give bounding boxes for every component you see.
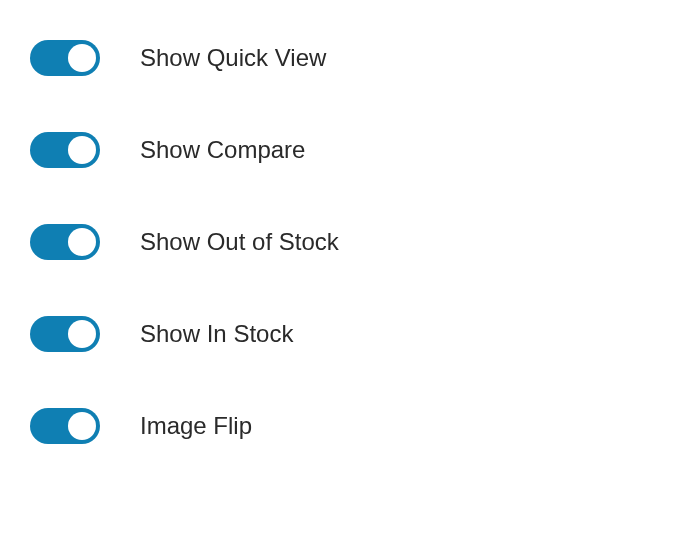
toggle-show-compare[interactable] <box>30 132 100 168</box>
toggle-show-quick-view[interactable] <box>30 40 100 76</box>
setting-row-image-flip: Image Flip <box>30 408 651 444</box>
toggle-knob-icon <box>68 228 96 256</box>
toggle-show-in-stock[interactable] <box>30 316 100 352</box>
toggle-knob-icon <box>68 320 96 348</box>
setting-row-show-out-of-stock: Show Out of Stock <box>30 224 651 260</box>
label-show-out-of-stock: Show Out of Stock <box>140 228 339 256</box>
setting-row-show-in-stock: Show In Stock <box>30 316 651 352</box>
toggle-image-flip[interactable] <box>30 408 100 444</box>
label-show-in-stock: Show In Stock <box>140 320 293 348</box>
toggle-knob-icon <box>68 412 96 440</box>
settings-list: Show Quick View Show Compare Show Out of… <box>30 40 651 444</box>
setting-row-show-quick-view: Show Quick View <box>30 40 651 76</box>
setting-row-show-compare: Show Compare <box>30 132 651 168</box>
toggle-knob-icon <box>68 44 96 72</box>
label-show-quick-view: Show Quick View <box>140 44 326 72</box>
label-image-flip: Image Flip <box>140 412 252 440</box>
label-show-compare: Show Compare <box>140 136 305 164</box>
toggle-show-out-of-stock[interactable] <box>30 224 100 260</box>
toggle-knob-icon <box>68 136 96 164</box>
